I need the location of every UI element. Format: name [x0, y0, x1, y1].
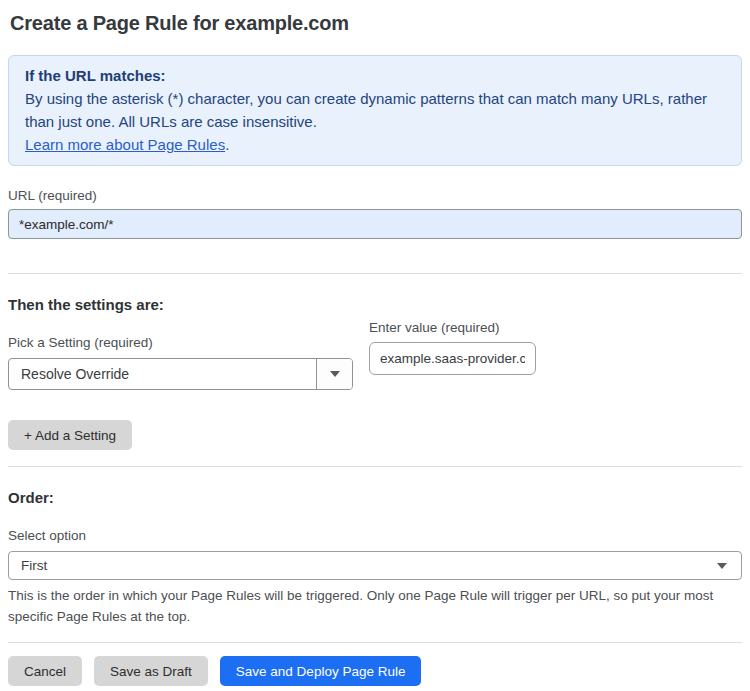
setting-value-label: Enter value (required) [369, 320, 536, 335]
setting-value-group: Enter value (required) [369, 320, 536, 390]
learn-more-link[interactable]: Learn more about Page Rules [25, 136, 225, 153]
url-input[interactable] [8, 209, 742, 239]
url-field-label: URL (required) [8, 188, 742, 203]
divider [8, 466, 742, 467]
add-setting-button[interactable]: + Add a Setting [8, 420, 132, 450]
divider [8, 273, 742, 274]
save-as-draft-button[interactable]: Save as Draft [94, 656, 208, 686]
info-box-link-line: Learn more about Page Rules. [25, 133, 725, 156]
order-select[interactable]: First [8, 551, 742, 580]
chevron-down-icon[interactable] [316, 359, 352, 389]
order-select-label: Select option [8, 528, 742, 543]
setting-value-input[interactable] [369, 342, 536, 375]
order-section-heading: Order: [8, 489, 742, 506]
setting-select[interactable]: Resolve Override [8, 358, 353, 390]
save-and-deploy-button[interactable]: Save and Deploy Page Rule [220, 656, 422, 686]
setting-select-label: Pick a Setting (required) [8, 335, 353, 350]
info-box-heading: If the URL matches: [25, 64, 725, 87]
order-help-text: This is the order in which your Page Rul… [8, 585, 742, 627]
page-title: Create a Page Rule for example.com [8, 12, 742, 35]
divider [8, 642, 742, 643]
footer-actions: Cancel Save as Draft Save and Deploy Pag… [8, 656, 742, 686]
settings-row: Pick a Setting (required) Resolve Overri… [8, 313, 742, 390]
link-period: . [225, 136, 229, 153]
create-page-rule-form: Create a Page Rule for example.com If th… [0, 0, 750, 686]
settings-section-heading: Then the settings are: [8, 296, 742, 313]
triangle-glyph [330, 371, 340, 377]
setting-select-group: Pick a Setting (required) Resolve Overri… [8, 313, 353, 390]
url-match-info-box: If the URL matches: By using the asteris… [8, 55, 742, 166]
order-select-value: First [21, 558, 717, 573]
cancel-button[interactable]: Cancel [8, 656, 82, 686]
info-box-body: By using the asterisk (*) character, you… [25, 87, 725, 133]
setting-select-value: Resolve Override [9, 359, 316, 389]
chevron-down-icon [717, 563, 727, 569]
